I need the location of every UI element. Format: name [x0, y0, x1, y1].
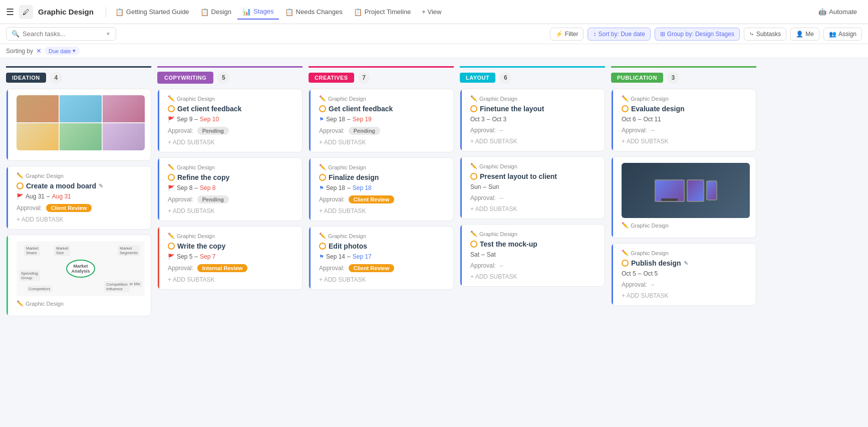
column-header-publication: PUBLICATION 3	[611, 66, 756, 84]
card-edit-photos[interactable]: ✏️ Graphic Design Edit photos ⚑ Sep 14 –…	[309, 226, 454, 290]
search-input[interactable]	[23, 30, 103, 38]
card-title: Finetune the layout	[470, 105, 599, 113]
search-box[interactable]: 🔍 ▼	[6, 27, 116, 41]
tab-getting-started[interactable]: 📋 Getting Started Guide	[110, 5, 194, 19]
column-count-copywriting: 5	[217, 72, 229, 84]
card-dates: ⚑ Sep 18 – Sep 19	[319, 116, 447, 123]
card-project-label: ✏️ Graphic Design	[622, 250, 750, 256]
add-subtask-button[interactable]: + ADD SUBTASK	[168, 207, 296, 215]
card-dates: ⚑ Sep 18 – Sep 18	[319, 184, 447, 191]
me-button[interactable]: 👤 Me	[790, 28, 819, 41]
card-title: Get client feedback	[168, 105, 296, 113]
flag-icon: ⚑	[319, 254, 324, 260]
card-dates: Oct 5 – Oct 5	[622, 270, 750, 277]
task-status-icon	[168, 174, 175, 181]
card-write-copy[interactable]: ✏️ Graphic Design Write the copy 🚩 Sep 5…	[157, 226, 303, 290]
pencil-icon: ✏️	[622, 222, 629, 229]
task-status-icon	[470, 241, 477, 248]
pencil-icon: ✏️	[470, 231, 477, 237]
add-subtask-button[interactable]: + ADD SUBTASK	[470, 205, 599, 212]
card-bar	[7, 235, 8, 316]
tab-stages[interactable]: 📊 Stages	[237, 5, 278, 20]
pencil-icon: ✏️	[319, 164, 326, 170]
card-ideation-collage[interactable]	[6, 89, 151, 161]
card-project-label: ✏️ Graphic Design	[168, 95, 296, 102]
column-label-creatives: CREATIVES	[309, 73, 354, 83]
add-subtask-button[interactable]: + ADD SUBTASK	[622, 292, 750, 299]
approval-badge: Pending	[349, 127, 380, 135]
add-subtask-button[interactable]: + ADD SUBTASK	[319, 207, 447, 215]
column-count-publication: 3	[667, 72, 679, 84]
card-title: Present layout to client	[470, 172, 599, 180]
pencil-icon: ✏️	[168, 233, 175, 239]
approval-badge: Pending	[197, 195, 229, 203]
card-publish-design[interactable]: ✏️ Graphic Design Publish design ✎ Oct 5…	[611, 243, 756, 306]
add-subtask-button[interactable]: + ADD SUBTASK	[319, 139, 447, 146]
app-icon: 🖊	[19, 5, 33, 19]
card-test-mockup[interactable]: ✏️ Graphic Design Test the mock-up Sat –…	[460, 224, 605, 287]
card-project-label: ✏️ Graphic Design	[319, 233, 447, 239]
edit-icon[interactable]: ✎	[684, 260, 688, 267]
card-device-mockup[interactable]: ✏️ Graphic Design	[611, 156, 756, 238]
add-subtask-button[interactable]: + ADD SUBTASK	[17, 216, 145, 223]
card-dates: ⚑ Sep 14 – Sep 17	[319, 253, 447, 260]
card-bar	[612, 89, 613, 151]
pencil-icon: ✏️	[168, 164, 175, 170]
tab-needs-changes[interactable]: 📋 Needs Changes	[280, 5, 348, 19]
card-create-moodboard[interactable]: ✏️ Graphic Design Create a mood board ✎ …	[6, 166, 151, 230]
tab-icon-stages: 📊	[242, 8, 251, 16]
add-subtask-button[interactable]: + ADD SUBTASK	[168, 276, 296, 283]
sort-button[interactable]: ↕ Sort by: Due date	[588, 28, 650, 41]
tab-project-timeline[interactable]: 📋 Project Timeline	[349, 5, 416, 19]
add-subtask-button[interactable]: + ADD SUBTASK	[319, 276, 447, 283]
automate-button[interactable]: 🤖 Automate	[813, 6, 862, 18]
add-subtask-button[interactable]: + ADD SUBTASK	[470, 273, 599, 280]
card-bar	[158, 227, 159, 289]
card-ideation-mindmap[interactable]: MarketShare MarketSize MarketSegments Sp…	[6, 235, 151, 316]
tab-icon-needs-changes: 📋	[285, 8, 294, 16]
task-status-icon	[319, 105, 326, 112]
tab-design[interactable]: 📋 Design	[195, 5, 236, 19]
group-button[interactable]: ⊞ Group by: Design Stages	[655, 28, 740, 41]
card-approval: Approval: –	[622, 281, 750, 288]
sort-tag: Due date ▾	[45, 47, 80, 55]
moodboard-image	[17, 95, 145, 150]
pencil-icon: ✏️	[622, 250, 629, 256]
task-status-icon	[622, 260, 629, 267]
card-project-label: ✏️ Graphic Design	[319, 95, 447, 102]
card-project-label: ✏️ Graphic Design	[168, 233, 296, 239]
column-header-layout: LAYOUT 6	[460, 66, 605, 84]
sort-clear-icon[interactable]: ✕	[36, 47, 42, 55]
card-project-label: ✏️ Graphic Design	[470, 95, 599, 102]
subtasks-button[interactable]: ⤷ Subtasks	[744, 28, 786, 41]
hamburger-icon[interactable]: ☰	[6, 7, 14, 18]
card-refine-copy[interactable]: ✏️ Graphic Design Refine the copy 🚩 Sep …	[157, 157, 303, 221]
assign-button[interactable]: 👥 Assign	[823, 28, 862, 41]
card-project-label: ✏️ Graphic Design	[622, 222, 750, 229]
add-subtask-button[interactable]: + ADD SUBTASK	[622, 138, 750, 145]
approval-dash: –	[651, 127, 655, 134]
nav-right: 🤖 Automate	[813, 6, 862, 18]
approval-dash: –	[651, 281, 655, 288]
card-bar	[309, 227, 311, 289]
filter-button[interactable]: ⚡ Filter	[550, 28, 584, 41]
flag-icon: 🚩	[168, 185, 175, 191]
mindmap-image: MarketShare MarketSize MarketSegments Sp…	[17, 241, 145, 296]
card-copywriting-feedback[interactable]: ✏️ Graphic Design Get client feedback 🚩 …	[157, 89, 303, 152]
me-icon: 👤	[796, 31, 803, 38]
add-subtask-button[interactable]: + ADD SUBTASK	[168, 139, 296, 146]
automate-icon: 🤖	[818, 8, 826, 16]
card-project-label: ✏️ Graphic Design	[470, 231, 599, 237]
add-subtask-button[interactable]: + ADD SUBTASK	[470, 138, 599, 145]
edit-icon[interactable]: ✎	[99, 183, 103, 189]
card-title: Evaluate design	[622, 105, 750, 113]
card-dates: Sat – Sat	[470, 251, 599, 258]
card-creatives-feedback[interactable]: ✏️ Graphic Design Get client feedback ⚑ …	[309, 89, 454, 152]
card-finalize-design[interactable]: ✏️ Graphic Design Finalize design ⚑ Sep …	[309, 157, 454, 221]
card-project-label: ✏️ Graphic Design	[319, 164, 447, 170]
card-finetune-layout[interactable]: ✏️ Graphic Design Finetune the layout Oc…	[460, 89, 605, 151]
card-evaluate-design[interactable]: ✏️ Graphic Design Evaluate design Oct 6 …	[611, 89, 756, 151]
add-view-button[interactable]: + View	[417, 5, 446, 19]
card-present-layout[interactable]: ✏️ Graphic Design Present layout to clie…	[460, 156, 605, 219]
toolbar: 🔍 ▼ ⚡ Filter ↕ Sort by: Due date ⊞ Group…	[0, 24, 868, 44]
